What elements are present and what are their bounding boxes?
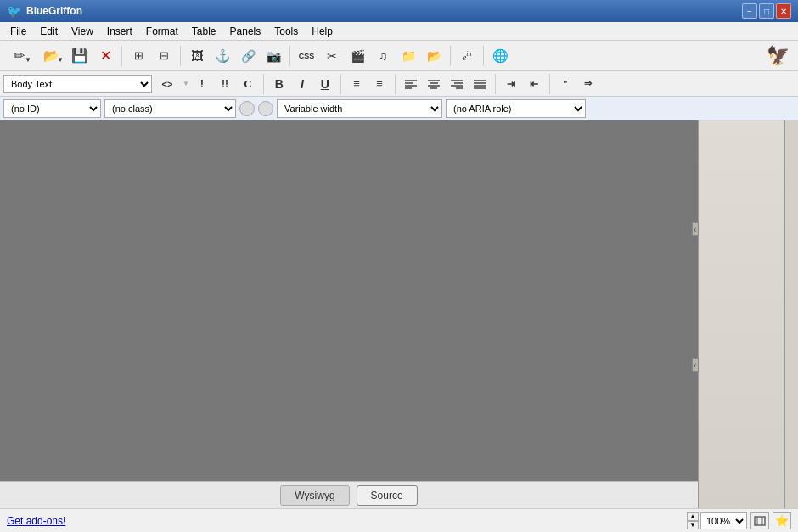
block-indent-button[interactable]: ⇒: [578, 75, 598, 93]
close-doc-icon: ✕: [100, 48, 111, 64]
formula-icon: ein: [462, 50, 471, 62]
paragraph-format-select[interactable]: Body Text Heading 1 Heading 2 Heading 3 …: [3, 75, 152, 93]
star-icon: ⭐: [775, 514, 789, 527]
panel-collapse-bottom[interactable]: ‹: [692, 358, 699, 372]
tab-bar: Wysiwyg Source: [0, 481, 698, 508]
close-button[interactable]: ✕: [776, 3, 791, 19]
menu-file[interactable]: File: [3, 24, 33, 39]
globe-icon: 🌐: [492, 48, 509, 64]
code-arrow: ▼: [183, 80, 189, 87]
width-select[interactable]: Variable width Fixed width: [277, 99, 442, 118]
css-icon: CSS: [299, 52, 315, 60]
globe-button[interactable]: 🌐: [488, 44, 512, 68]
separator-2: [180, 46, 181, 66]
video-icon: 🎬: [351, 49, 365, 63]
code-button[interactable]: <>: [155, 75, 180, 93]
id-select[interactable]: (no ID): [3, 99, 101, 118]
css-button[interactable]: CSS: [295, 44, 318, 68]
menu-panels[interactable]: Panels: [223, 24, 268, 39]
align-right-icon: [451, 79, 463, 89]
music-button[interactable]: ♫: [371, 44, 395, 68]
close-doc-button[interactable]: ✕: [93, 44, 117, 68]
underline-button[interactable]: U: [315, 75, 335, 93]
formula-button[interactable]: ein: [455, 44, 479, 68]
app-title: BlueGriffon: [26, 5, 82, 17]
fit-window-button[interactable]: [750, 512, 769, 529]
fmt-sep-5: [549, 74, 550, 94]
minimize-button[interactable]: −: [742, 3, 757, 19]
folder-button[interactable]: 📁: [396, 44, 420, 68]
separator-5: [483, 46, 484, 66]
menu-insert[interactable]: Insert: [100, 24, 139, 39]
table2-icon: ⊟: [160, 49, 169, 62]
folder2-button[interactable]: 📂: [422, 44, 446, 68]
folder-icon: 📁: [402, 49, 416, 63]
circle-button-1[interactable]: [239, 101, 255, 116]
title-bar: 🐦 BlueGriffon − □ ✕: [0, 0, 798, 22]
align-center-icon: [428, 79, 440, 89]
align-right-button[interactable]: [447, 75, 467, 93]
align-center-button[interactable]: [424, 75, 444, 93]
format-bar: Body Text Heading 1 Heading 2 Heading 3 …: [0, 71, 798, 97]
save-button[interactable]: 💾: [68, 44, 92, 68]
zoom-up-button[interactable]: ▲: [687, 512, 699, 521]
menu-table[interactable]: Table: [185, 24, 223, 39]
open-button[interactable]: 📂 ▼: [36, 44, 66, 68]
table-icon: ⊞: [134, 49, 143, 62]
scrollbar-track[interactable]: [784, 120, 798, 508]
circle-button-2[interactable]: [258, 101, 273, 116]
justify-icon: [474, 79, 486, 89]
star-button[interactable]: ⭐: [773, 512, 791, 529]
justify-button[interactable]: [469, 75, 490, 93]
wysiwyg-tab[interactable]: Wysiwyg: [280, 485, 349, 506]
link-button[interactable]: 🔗: [236, 44, 260, 68]
zoom-down-button[interactable]: ▼: [687, 521, 699, 529]
scissors-icon: ✂: [327, 49, 337, 63]
indent-button[interactable]: ⇥: [501, 75, 521, 93]
editor-canvas[interactable]: [0, 120, 698, 481]
aria-select[interactable]: (no ARIA role): [446, 99, 586, 118]
get-addons-link[interactable]: Get add-ons!: [7, 515, 65, 527]
class-select[interactable]: (no class): [104, 99, 236, 118]
pencil-icon: ✏: [14, 48, 25, 64]
unordered-list-button[interactable]: ≡: [346, 75, 367, 93]
app-icon: 🐦: [7, 4, 21, 18]
menu-format[interactable]: Format: [139, 24, 185, 39]
italic-button[interactable]: I: [292, 75, 312, 93]
superscript-button[interactable]: ": [555, 75, 576, 93]
status-left: Get add-ons!: [7, 515, 65, 527]
bold-button[interactable]: B: [269, 75, 289, 93]
separator-1: [121, 46, 122, 66]
title-bar-controls: − □ ✕: [742, 3, 791, 19]
maximize-button[interactable]: □: [759, 3, 774, 19]
video-button[interactable]: 🎬: [346, 44, 369, 68]
ordered-list-button[interactable]: ≡: [369, 75, 390, 93]
img2-icon: 📷: [267, 49, 281, 63]
table-button[interactable]: ⊞: [126, 44, 150, 68]
dbl-excl-button[interactable]: !!: [215, 75, 235, 93]
zoom-select[interactable]: 50% 75% 100% 125% 150% 200%: [700, 512, 747, 529]
scissors-button[interactable]: ✂: [320, 44, 344, 68]
table2-button[interactable]: ⊟: [152, 44, 176, 68]
img2-button[interactable]: 📷: [261, 44, 285, 68]
anchor-icon: ⚓: [215, 48, 231, 64]
source-tab[interactable]: Source: [357, 485, 418, 506]
excl-button[interactable]: !: [192, 75, 212, 93]
fmt-sep-2: [340, 74, 341, 94]
c-button[interactable]: C: [238, 75, 258, 93]
link-icon: 🔗: [241, 49, 256, 63]
image-button[interactable]: 🖼: [185, 44, 209, 68]
outdent-button[interactable]: ⇤: [524, 75, 544, 93]
menu-help[interactable]: Help: [305, 24, 340, 39]
menu-view[interactable]: View: [65, 24, 100, 39]
right-panel: ‹ ‹: [698, 120, 798, 508]
pencil-button[interactable]: ✏ ▼: [3, 44, 34, 68]
align-left-button[interactable]: [401, 75, 421, 93]
anchor-button[interactable]: ⚓: [211, 44, 234, 68]
music-icon: ♫: [379, 49, 388, 63]
menu-edit[interactable]: Edit: [33, 24, 65, 39]
folder2-icon: 📂: [427, 49, 441, 63]
menu-bar: File Edit View Insert Format Table Panel…: [0, 22, 798, 41]
panel-collapse-top[interactable]: ‹: [692, 222, 699, 236]
menu-tools[interactable]: Tools: [267, 24, 305, 39]
